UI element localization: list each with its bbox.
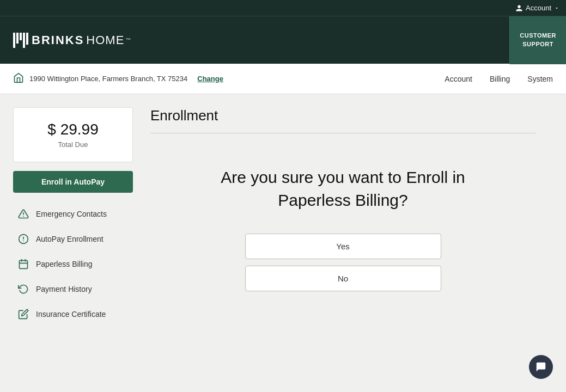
user-icon xyxy=(515,4,523,12)
sidebar-item-emergency-contacts[interactable]: Emergency Contacts xyxy=(13,201,133,226)
enrollment-buttons: Yes No xyxy=(245,234,441,291)
no-button[interactable]: No xyxy=(245,266,441,291)
account-label: Account xyxy=(526,4,551,12)
logo-bars xyxy=(13,33,28,48)
customer-support-btn[interactable]: CUSTOMER SUPPORT xyxy=(509,16,566,64)
autopay-enrollment-label: AutoPay Enrollment xyxy=(36,235,104,243)
logo: BRINKS HOME ™ xyxy=(13,33,131,48)
emergency-contacts-label: Emergency Contacts xyxy=(36,210,107,218)
logo-bar-4 xyxy=(23,33,25,48)
sidebar-menu: Emergency Contacts AutoPay Enrollment xyxy=(13,201,133,327)
nav-system[interactable]: System xyxy=(527,75,553,83)
chevron-down-icon xyxy=(554,5,559,11)
nav-links: Account Billing System xyxy=(445,75,553,83)
edit-icon xyxy=(17,308,29,320)
enrollment-title: Enrollment xyxy=(150,107,535,124)
sidebar-item-payment-history[interactable]: Payment History xyxy=(13,277,133,302)
logo-bar-1 xyxy=(13,33,15,48)
logo-bar-3 xyxy=(20,33,22,40)
billing-card: $ 29.99 Total Due xyxy=(13,107,133,162)
billing-label: Total Due xyxy=(25,140,121,149)
logo-bar-5 xyxy=(26,33,28,45)
home-icon xyxy=(13,72,24,85)
logo-text-home: HOME xyxy=(86,33,124,47)
enrollment-question: Are you sure you want to Enroll inPaperl… xyxy=(150,166,535,212)
address-text: 1990 Wittington Place, Farmers Branch, T… xyxy=(29,75,187,83)
svg-rect-5 xyxy=(20,260,28,268)
logo-trademark: ™ xyxy=(125,37,131,43)
sidebar-item-autopay-enrollment[interactable]: AutoPay Enrollment xyxy=(13,226,133,252)
enroll-autopay-button[interactable]: Enroll in AutoPay xyxy=(13,171,133,193)
change-address-link[interactable]: Change xyxy=(197,75,223,83)
chat-icon xyxy=(535,361,547,373)
logo-bar-2 xyxy=(16,33,19,44)
account-menu[interactable]: Account xyxy=(515,4,559,12)
header: BRINKS HOME ™ CUSTOMER SUPPORT xyxy=(0,16,566,64)
enrollment-content: Enrollment Are you sure you want to Enro… xyxy=(133,107,553,327)
top-bar: Account xyxy=(0,0,566,16)
nav-bar: 1990 Wittington Place, Farmers Branch, T… xyxy=(0,64,566,94)
nav-billing[interactable]: Billing xyxy=(490,75,510,83)
customer-support-label: CUSTOMER SUPPORT xyxy=(520,32,556,48)
nav-account[interactable]: Account xyxy=(445,75,472,83)
insurance-certificate-label: Insurance Certificate xyxy=(36,310,106,318)
sidebar-item-insurance-certificate[interactable]: Insurance Certificate xyxy=(13,302,133,327)
nav-address-section: 1990 Wittington Place, Farmers Branch, T… xyxy=(13,72,445,85)
billing-amount: $ 29.99 xyxy=(25,121,121,138)
divider xyxy=(150,133,535,133)
main-content: $ 29.99 Total Due Enroll in AutoPay Emer… xyxy=(0,94,566,340)
logo-text: BRINKS xyxy=(32,33,84,47)
yes-button[interactable]: Yes xyxy=(245,234,441,259)
calendar-icon xyxy=(17,258,29,270)
alert-triangle-icon xyxy=(17,208,29,220)
chat-bubble-button[interactable] xyxy=(529,355,553,379)
refresh-icon xyxy=(17,283,29,295)
paperless-billing-label: Paperless Billing xyxy=(36,260,93,268)
payment-history-label: Payment History xyxy=(36,285,92,293)
sidebar: $ 29.99 Total Due Enroll in AutoPay Emer… xyxy=(13,107,133,327)
sidebar-item-paperless-billing[interactable]: Paperless Billing xyxy=(13,252,133,277)
info-circle-icon xyxy=(17,233,29,245)
